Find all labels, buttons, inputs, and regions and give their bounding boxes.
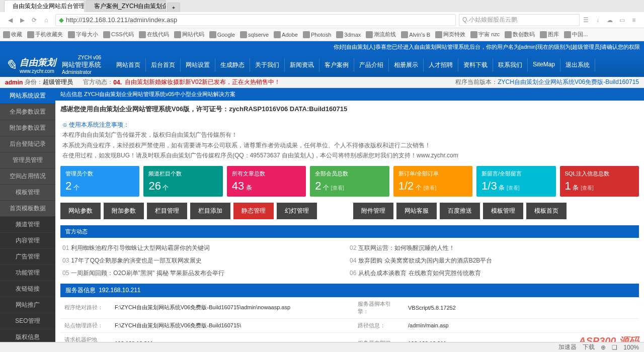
sidebar-item[interactable]: 网站推广 bbox=[0, 297, 55, 313]
bookmark-item[interactable]: 手机收藏夹 bbox=[27, 31, 63, 38]
url-text: http://192.168.10.211/admin/index.asp bbox=[66, 16, 177, 24]
topnav-item[interactable]: SiteMap bbox=[528, 58, 560, 72]
action-button[interactable]: 模板管理 bbox=[483, 203, 523, 219]
sidebar: 网站系统设置全局参数设置附加参数设置后台登陆记录管理员管理空间占用情况模板管理首… bbox=[0, 88, 55, 352]
news-list: 01利用蜘蛛池程序引导蜘蛛让大型网站霸屏你的关键词02互联网运营：如何唤醒沉睡的… bbox=[55, 238, 644, 284]
sidebar-item[interactable]: 友链链接 bbox=[0, 281, 55, 297]
info-bar: admin 身份： 超级管理员 官方动态： 04. 自由策划新婚嫁妆摄影新V02… bbox=[0, 77, 644, 88]
status-item[interactable]: 下载 bbox=[583, 343, 595, 351]
address-bar: ◀ ▶ ⟳ ⌂ ◆ http://192.168.10.211/admin/in… bbox=[0, 12, 644, 28]
action-button[interactable]: 栏目管理 bbox=[147, 203, 187, 219]
bookmark-item[interactable]: 网页特效 bbox=[435, 31, 465, 38]
sidebar-item[interactable]: 功能管理 bbox=[0, 265, 55, 281]
sidebar-item[interactable]: 模板管理 bbox=[0, 185, 55, 201]
bookmark-item[interactable]: 网站代码 bbox=[174, 31, 204, 38]
bookmark-item[interactable]: 宇宙 nzc bbox=[470, 31, 500, 38]
stat-card[interactable]: 所有文章总数43 条 bbox=[227, 166, 306, 197]
url-input[interactable]: ◆ http://192.168.10.211/admin/index.asp bbox=[55, 14, 456, 26]
topnav-item[interactable]: 资料下载 bbox=[458, 58, 493, 72]
back-button[interactable]: ◀ bbox=[5, 15, 15, 25]
sidebar-item[interactable]: 广告管理 bbox=[0, 249, 55, 265]
action-button[interactable]: 百度推送 bbox=[440, 203, 480, 219]
news-item[interactable]: 02互联网运营：如何唤醒沉睡的人性！ bbox=[350, 242, 637, 254]
sidebar-item[interactable]: 空间占用情况 bbox=[0, 168, 55, 185]
topnav-item[interactable]: 网站首页 bbox=[111, 58, 146, 72]
topnav-item[interactable]: 退出系统 bbox=[560, 58, 595, 72]
bookmark-item[interactable]: Google bbox=[209, 31, 235, 38]
sidebar-item[interactable]: 首页模板数据 bbox=[0, 201, 55, 217]
bookmark-item[interactable]: Photosh bbox=[303, 31, 331, 38]
sidebar-item[interactable]: 管理员管理 bbox=[0, 152, 55, 168]
action-button[interactable]: 幻灯管理 bbox=[277, 203, 317, 219]
status-item[interactable]: ⊕ bbox=[601, 344, 606, 351]
action-button[interactable]: 模板首页 bbox=[526, 203, 567, 219]
tool-icon[interactable]: ☁ bbox=[605, 15, 615, 25]
news-item[interactable]: 05一周新闻回顾：O2O刷单"黑洞" 揭秘 苹果新品发布会举行 bbox=[62, 267, 350, 280]
tab-2[interactable]: 客户案例_ZYCH自由策划企业网.. bbox=[86, 0, 166, 12]
sidebar-item[interactable]: 全局参数设置 bbox=[0, 104, 55, 120]
status-item[interactable]: 100% bbox=[623, 344, 639, 351]
bookmark-item[interactable]: 字母大小 bbox=[68, 31, 98, 38]
news-item[interactable]: 0317年了QQ企鹅形象的演变也是一部互联网发展史 bbox=[62, 254, 350, 267]
action-button[interactable]: 栏目添加 bbox=[190, 203, 230, 219]
forward-button[interactable]: ▶ bbox=[17, 15, 27, 25]
stat-card[interactable]: 新留言/全部留言1/3 条[查看] bbox=[476, 166, 555, 197]
action-button[interactable]: 静态管理 bbox=[233, 203, 274, 219]
topnav-item[interactable]: 后台首页 bbox=[146, 58, 181, 72]
news-item[interactable]: 04放弃团购 众美窝窝欲成为国内最大的酒店B2B平台 bbox=[350, 254, 637, 267]
action-button[interactable]: 网站参数 bbox=[60, 203, 101, 219]
action-button[interactable]: 网站客服 bbox=[396, 203, 437, 219]
announcement-link[interactable]: 自由策划新婚嫁妆摄影新V02新已发布，正在火热销售中！ bbox=[125, 78, 280, 86]
menu-icon[interactable]: ≡ bbox=[629, 15, 639, 25]
action-button[interactable]: 附件管理 bbox=[353, 203, 393, 219]
topnav-item[interactable]: 网站设置 bbox=[181, 58, 215, 72]
topnav-item[interactable]: 相册展示 bbox=[389, 58, 424, 72]
bookmark-item[interactable]: Adobe bbox=[274, 31, 298, 38]
news-item[interactable]: 01利用蜘蛛池程序引导蜘蛛让大型网站霸屏你的关键词 bbox=[62, 242, 350, 254]
table-row: 站点物理路径：F:\ZYCH自由策划网站系统V06免费版-Build160715… bbox=[60, 318, 639, 332]
topnav-item[interactable]: 产品介绍 bbox=[354, 58, 389, 72]
bookmark-item[interactable]: 数创数码 bbox=[505, 31, 535, 38]
topnav-item[interactable]: 客户案例 bbox=[319, 58, 354, 72]
stat-card[interactable]: 频道栏目个数26 个 bbox=[143, 166, 222, 197]
bookmark-item[interactable]: 中国... bbox=[564, 31, 588, 38]
sidebar-item[interactable]: 后台登陆记录 bbox=[0, 136, 55, 152]
status-bar: 加速器下载⊕❏100% bbox=[0, 342, 644, 352]
action-button[interactable]: 附加参数 bbox=[104, 203, 144, 219]
topnav-item[interactable]: 生成静态 bbox=[215, 58, 250, 72]
sidebar-item[interactable]: 内容管理 bbox=[0, 233, 55, 249]
sidebar-item[interactable]: 频道管理 bbox=[0, 217, 55, 233]
bookmark-item[interactable]: 潮流前线 bbox=[366, 31, 396, 38]
new-tab-button[interactable]: + bbox=[167, 3, 180, 12]
stat-card[interactable]: 全部会员总数2 个[查看] bbox=[310, 166, 389, 197]
topnav-item[interactable]: 关于我们 bbox=[250, 58, 285, 72]
tab-title: 客户案例_ZYCH自由策划企业网.. bbox=[94, 2, 166, 11]
bookmark-item[interactable]: CSS代码 bbox=[103, 31, 134, 38]
tool-icon[interactable]: ☰ bbox=[581, 15, 591, 25]
topnav-item[interactable]: 联系我们 bbox=[493, 58, 528, 72]
sidebar-item[interactable]: 网站系统设置 bbox=[0, 88, 55, 104]
stat-card[interactable]: 新订单/全部订单1/2 个[查看] bbox=[393, 166, 472, 197]
bookmark-item[interactable]: 在线代码 bbox=[139, 31, 169, 38]
news-item[interactable]: 06从机会成本谈教育 在线教育如何完胜传统教育 bbox=[350, 267, 637, 280]
bookmark-item[interactable]: sqlserve bbox=[240, 31, 269, 38]
stat-card[interactable]: 管理员个数2 个 bbox=[60, 166, 139, 197]
topnav-item[interactable]: 新闻资讯 bbox=[285, 58, 319, 72]
sidebar-item[interactable]: 附加参数设置 bbox=[0, 120, 55, 136]
bookmark-item[interactable]: 收藏 bbox=[3, 31, 22, 38]
tool-icon[interactable]: ▭ bbox=[617, 15, 627, 25]
bookmark-item[interactable]: Alvin's B bbox=[401, 31, 430, 38]
tab-1[interactable]: 自由策划企业网站后台管理系统 bbox=[4, 0, 85, 12]
reload-button[interactable]: ⟳ bbox=[29, 15, 39, 25]
topnav-item[interactable]: 人才招聘 bbox=[424, 58, 458, 72]
search-input[interactable]: Q.小姑娘握股岳云鹏 bbox=[459, 14, 580, 26]
bookmark-item[interactable]: 3dmax bbox=[336, 31, 361, 38]
bookmark-item[interactable]: 图库 bbox=[540, 31, 559, 38]
version-link[interactable]: ZYCH自由策划企业网站系统V06免费版-Build160715 bbox=[498, 78, 639, 85]
home-button[interactable]: ⌂ bbox=[41, 15, 51, 25]
stat-card[interactable]: SQL注入信息总数1 条[查看] bbox=[560, 166, 639, 197]
tool-icon[interactable]: ↓ bbox=[593, 15, 603, 25]
status-item[interactable]: 加速器 bbox=[558, 343, 577, 351]
status-item[interactable]: ❏ bbox=[612, 344, 617, 351]
sidebar-item[interactable]: SEO管理 bbox=[0, 313, 55, 329]
